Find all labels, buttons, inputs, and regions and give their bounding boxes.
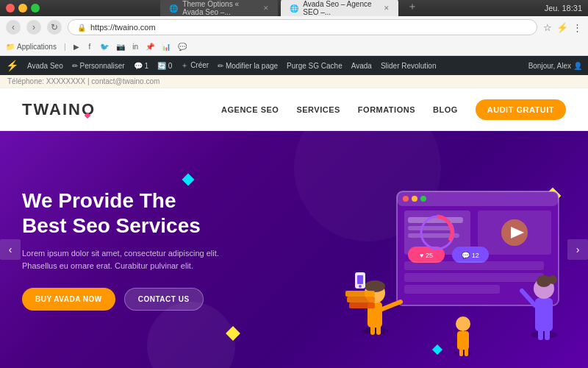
svg-rect-40 [345,291,375,297]
svg-point-34 [548,275,557,284]
svg-rect-38 [459,346,463,356]
nav-agence-seo[interactable]: AGENCE SEO [221,105,279,114]
svg-rect-17 [404,261,544,270]
bookmarks-bar: 📁 Applications | ▶ f 🐦 📷 in 📌 📊 💬 [0,38,588,56]
titlebar-right: Jeu. 18:31 [545,4,582,13]
bookmark-icon[interactable]: ☆ [543,22,552,33]
wp-item-comments[interactable]: 💬 1 [134,62,148,70]
svg-rect-13 [408,217,463,223]
svg-point-4 [420,196,426,202]
svg-point-2 [403,196,409,202]
wp-item-modifier[interactable]: ✏ Modifier la page [218,62,278,70]
svg-point-37 [456,316,470,331]
wp-item-purge[interactable]: Purge SG Cache [287,62,343,70]
bookmark-tw[interactable]: 🐦 [100,43,109,51]
hero-subtitle: Lorem ipsum dolor sit amet, consectetur … [22,247,243,273]
bookmark-ig[interactable]: 📷 [116,43,125,51]
hero-diamond-cyan [182,174,195,186]
bookmark-pin[interactable]: 📌 [146,43,154,51]
carousel-prev-button[interactable]: ‹ [0,239,21,260]
svg-rect-44 [357,275,363,284]
hero-content: We Provide TheBest Seo Services Lorem ip… [22,188,243,310]
svg-rect-30 [538,324,543,340]
nav-formations[interactable]: FORMATIONS [358,105,415,114]
bookmark-wa[interactable]: 💬 [178,43,187,51]
svg-rect-28 [535,298,553,331]
tab-label: Theme Options « Avada Seo –... [182,0,259,16]
url-text: https://twaino.com [90,23,528,32]
hero-circle-2 [147,302,235,368]
maximize-button[interactable] [31,4,40,13]
titlebar: 🌐 Theme Options « Avada Seo –... ✕ 🌐 Ava… [0,0,588,16]
wp-item-creer[interactable]: ＋ Créer [181,60,209,71]
wp-item-updates[interactable]: 🔄 0 [157,62,172,70]
wp-logo-icon[interactable]: ⚡ [6,60,18,71]
contact-info: Téléphone: XXXXXXXX | contact@twaino.com [7,77,159,85]
svg-point-45 [359,285,362,288]
svg-rect-42 [349,302,375,308]
time-display: Jeu. 18:31 [545,4,582,13]
address-bar[interactable]: 🔒 https://twaino.com [68,19,537,35]
secure-icon: 🔒 [77,24,86,32]
bookmark-separator: | [64,43,66,51]
svg-point-3 [412,196,417,202]
wp-item-avada-seo[interactable]: Avada Seo [27,62,63,70]
contact-us-button[interactable]: CONTACT US [124,288,204,311]
minimize-button[interactable] [18,4,27,13]
site-nav: AGENCE SEO SERVICES FORMATIONS BLOG AUDI… [221,99,566,120]
svg-rect-23 [370,320,375,335]
browser-nav-right: ☆ ⚡ ⋮ [543,22,582,33]
close-button[interactable] [6,4,15,13]
svg-point-27 [531,331,557,339]
wp-item-personnaliser[interactable]: ✏ Personnaliser [72,62,125,70]
svg-text:♥ 25: ♥ 25 [420,252,433,259]
menu-icon[interactable]: ⋮ [573,22,582,33]
tab-label-active: Avada Seo – Agence SEO –... [303,0,379,16]
extensions-icon[interactable]: ⚡ [556,22,568,33]
svg-text:💬 12: 💬 12 [462,251,479,260]
audit-button[interactable]: AUDIT GRATUIT [476,99,566,120]
forward-button[interactable]: › [26,20,41,35]
reload-button[interactable]: ↻ [47,20,62,35]
wp-item-slider[interactable]: Slider Revolution [381,62,437,70]
svg-rect-18 [404,273,544,282]
svg-line-25 [382,302,401,309]
site-header: TWAIN O AGENCE SEO SERVICES FORMATIONS B… [0,88,588,131]
svg-rect-31 [545,324,550,340]
svg-rect-41 [347,297,375,302]
nav-blog[interactable]: BLOG [433,105,458,114]
hero-title: We Provide TheBest Seo Services [22,188,243,238]
site-logo[interactable]: TWAIN O [22,100,94,119]
wp-item-user[interactable]: Bonjour, Alex 👤 [528,62,582,70]
hero-section: ‹ › We Provide TheBest Seo Services Lore… [0,131,588,368]
browser-nav-bar: ‹ › ↻ 🔒 https://twaino.com ☆ ⚡ ⋮ [0,16,588,38]
hero-illustration: ♥ 25 💬 12 [294,177,573,368]
svg-rect-14 [408,226,452,230]
carousel-next-button[interactable]: › [567,239,588,260]
svg-rect-19 [404,285,500,294]
buy-avada-button[interactable]: BUY AVADA NOW [22,288,115,311]
bookmark-yt[interactable]: ▶ [74,43,82,51]
traffic-lights [6,4,40,13]
bookmark-fb[interactable]: f [89,43,93,51]
bookmark-apps[interactable]: 📁 Applications [6,43,57,51]
svg-rect-39 [465,346,468,356]
info-bar: Téléphone: XXXXXXXX | contact@twaino.com [0,75,588,88]
tab-close-active-icon[interactable]: ✕ [384,4,390,12]
wp-item-avada[interactable]: Avada [351,62,372,70]
bookmark-li[interactable]: in [132,43,138,51]
nav-services[interactable]: SERVICES [296,105,340,114]
logo-O: O [82,100,94,119]
logo-text: TWAIN [22,100,82,119]
svg-point-26 [365,280,385,292]
wp-admin-bar: ⚡ Avada Seo ✏ Personnaliser 💬 1 🔄 0 ＋ Cr… [0,56,588,75]
tab-close-icon[interactable]: ✕ [263,4,269,12]
hero-buttons: BUY AVADA NOW CONTACT US [22,288,243,311]
bookmark-analytics[interactable]: 📊 [162,43,171,51]
back-button[interactable]: ‹ [6,20,21,35]
svg-rect-24 [376,320,381,335]
